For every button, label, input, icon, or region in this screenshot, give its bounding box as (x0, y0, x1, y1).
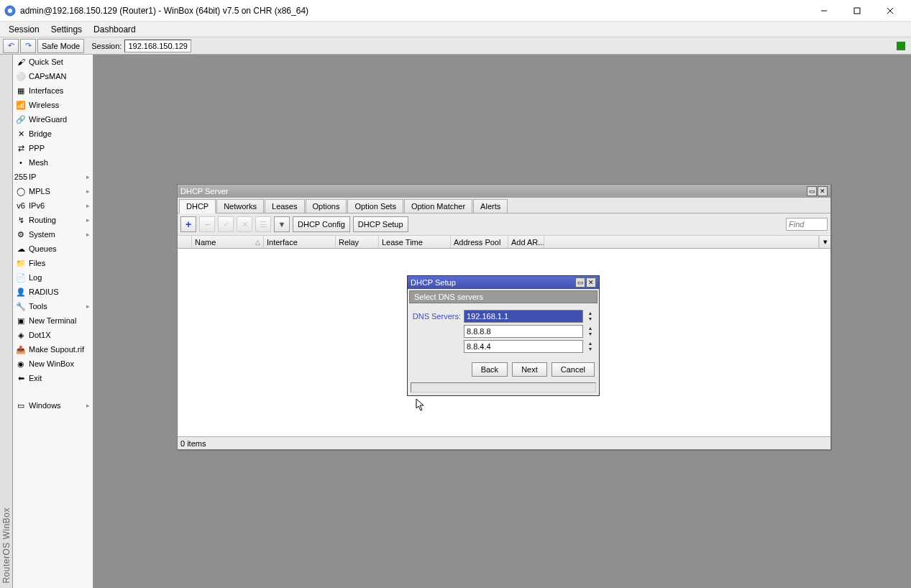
minimize-button[interactable] (807, 0, 841, 22)
inner-close-icon[interactable]: ✕ (818, 186, 828, 196)
sidebar-icon: ▦ (16, 86, 26, 96)
sidebar-label: Quick Set (29, 58, 90, 66)
sidebar-label: Bridge (29, 129, 90, 138)
dialog-status (411, 382, 596, 392)
sidebar-item-radius[interactable]: 👤RADIUS (13, 285, 93, 299)
sidebar-icon: • (16, 157, 26, 167)
workspace: DHCP Server ▭ ✕ DHCPNetworksLeasesOption… (93, 55, 911, 588)
sidebar-item-make-supout-rif[interactable]: 📤Make Supout.rif (13, 342, 93, 357)
sidebar-item-interfaces[interactable]: ▦Interfaces (13, 83, 93, 98)
sidebar-label: Routing (29, 216, 83, 224)
chevron-right-icon: ▸ (86, 202, 90, 209)
find-input[interactable] (786, 218, 828, 231)
table-header: Name△InterfaceRelayLease TimeAddress Poo… (178, 236, 830, 249)
sidebar-icon: 🖌 (16, 57, 26, 67)
sidebar-item-quick-set[interactable]: 🖌Quick Set (13, 55, 93, 69)
sidebar-label: IPv6 (29, 201, 83, 210)
dialog-titlebar[interactable]: DHCP Setup ▭ ✕ (408, 276, 599, 289)
sidebar-item-ppp[interactable]: ⇄PPP (13, 141, 93, 155)
tab-leases[interactable]: Leases (265, 199, 304, 213)
add-button[interactable]: + (180, 216, 196, 232)
sidebar-item-queues[interactable]: ☁Queues (13, 242, 93, 256)
sidebar-label: WireGuard (29, 115, 90, 124)
maximize-button[interactable] (841, 0, 874, 22)
tab-networks[interactable]: Networks (216, 199, 264, 213)
sidebar-item-routing[interactable]: ↯Routing▸ (13, 213, 93, 227)
dialog-minimize-icon[interactable]: ▭ (575, 277, 585, 288)
undo-button[interactable]: ↶ (3, 39, 19, 53)
remove-button[interactable]: − (199, 216, 215, 232)
dns-server-input-0[interactable]: 192.168.1.1 (464, 310, 583, 323)
sidebar-label: CAPsMAN (29, 72, 90, 81)
back-button[interactable]: Back (472, 362, 508, 377)
dns-server-input-1[interactable]: 8.8.8.8 (464, 325, 583, 338)
column-header[interactable]: Address Pool (451, 236, 508, 248)
sidebar-item-dot1x[interactable]: ◈Dot1X (13, 328, 93, 342)
filter-button[interactable]: ▼ (274, 216, 290, 232)
column-header[interactable]: Lease Time (379, 236, 451, 248)
dns-server-input-2[interactable]: 8.8.4.4 (464, 340, 583, 353)
column-header[interactable]: Name△ (192, 236, 264, 248)
sidebar-label: Queues (29, 244, 90, 253)
menu-settings[interactable]: Settings (45, 23, 88, 36)
tab-options[interactable]: Options (306, 199, 347, 213)
sidebar-item-ipv6[interactable]: v6IPv6▸ (13, 198, 93, 213)
inner-minimize-icon[interactable]: ▭ (807, 186, 817, 196)
sidebar-item-new-terminal[interactable]: ▣New Terminal (13, 313, 93, 328)
close-button[interactable] (874, 0, 907, 22)
inner-window-titlebar[interactable]: DHCP Server ▭ ✕ (178, 185, 830, 198)
safe-mode-button[interactable]: Safe Mode (37, 39, 84, 53)
inner-window-title: DHCP Server (180, 187, 807, 196)
sidebar-item-mesh[interactable]: •Mesh (13, 155, 93, 170)
sidebar-icon: ◯ (16, 186, 26, 196)
disable-button[interactable]: ✕ (237, 216, 252, 232)
tab-option-sets[interactable]: Option Sets (347, 199, 403, 213)
status-indicator (897, 42, 905, 50)
column-header[interactable]: Interface (264, 236, 336, 248)
dialog-close-icon[interactable]: ✕ (586, 277, 596, 288)
next-button[interactable]: Next (512, 362, 547, 377)
tab-alerts[interactable]: Alerts (473, 199, 508, 213)
spinner-0[interactable]: ▲▼ (586, 311, 595, 322)
sidebar-icon: 255 (16, 172, 26, 182)
sidebar-label: IP (29, 173, 83, 181)
chevron-right-icon: ▸ (86, 402, 90, 409)
cancel-button[interactable]: Cancel (551, 362, 595, 377)
sidebar-icon: ☁ (16, 244, 26, 254)
sidebar-item-windows[interactable]: ▭Windows▸ (13, 398, 93, 413)
sidebar-label: System (29, 230, 83, 239)
sidebar-icon: ↯ (16, 215, 26, 225)
sidebar-item-exit[interactable]: ⬅Exit (13, 371, 93, 385)
tab-dhcp[interactable]: DHCP (179, 199, 216, 213)
menu-dashboard[interactable]: Dashboard (88, 23, 142, 36)
sidebar-icon: v6 (16, 201, 26, 211)
dhcp-config-button[interactable]: DHCP Config (293, 216, 350, 232)
sidebar-item-ip[interactable]: 255IP▸ (13, 170, 93, 184)
sidebar-item-system[interactable]: ⚙System▸ (13, 227, 93, 242)
column-header[interactable] (178, 236, 192, 248)
column-header[interactable]: Relay (336, 236, 379, 248)
svg-rect-3 (854, 8, 860, 14)
dhcp-setup-button[interactable]: DHCP Setup (353, 216, 408, 232)
menu-session[interactable]: Session (3, 23, 45, 36)
spinner-1[interactable]: ▲▼ (586, 326, 595, 337)
sidebar-item-log[interactable]: 📄Log (13, 270, 93, 285)
sidebar-item-wireless[interactable]: 📶Wireless (13, 98, 93, 112)
sidebar-item-new-winbox[interactable]: ◉New WinBox (13, 357, 93, 371)
column-header[interactable]: Add AR... (508, 236, 544, 248)
tab-option-matcher[interactable]: Option Matcher (404, 199, 472, 213)
sidebar-label: MPLS (29, 187, 83, 196)
spinner-2[interactable]: ▲▼ (586, 341, 595, 352)
comment-button[interactable]: ☰ (255, 216, 271, 232)
sidebar-item-mpls[interactable]: ◯MPLS▸ (13, 184, 93, 198)
sidebar-item-capsman[interactable]: ⚪CAPsMAN (13, 69, 93, 83)
dns-servers-label: DNS Servers: (412, 312, 461, 321)
sidebar-item-wireguard[interactable]: 🔗WireGuard (13, 112, 93, 127)
sidebar-item-bridge[interactable]: ✕Bridge (13, 127, 93, 141)
sidebar-item-tools[interactable]: 🔧Tools▸ (13, 299, 93, 313)
sidebar-label: PPP (29, 144, 90, 152)
redo-button[interactable]: ↷ (20, 39, 36, 53)
column-dropdown-icon[interactable]: ▾ (819, 236, 830, 248)
sidebar-item-files[interactable]: 📁Files (13, 256, 93, 270)
enable-button[interactable]: ✓ (218, 216, 234, 232)
